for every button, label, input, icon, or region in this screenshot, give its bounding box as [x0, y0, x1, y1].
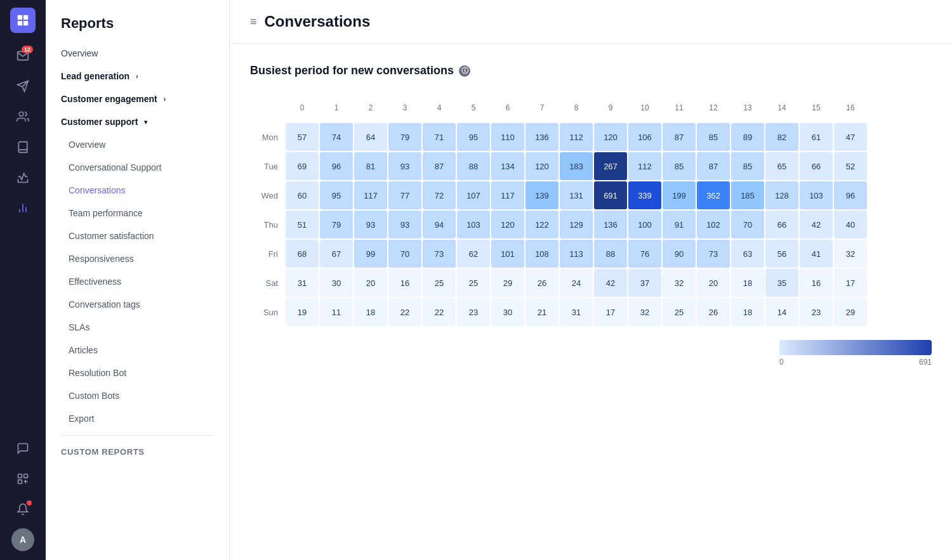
heatmap-cell[interactable]: 77 — [388, 181, 421, 209]
heatmap-cell[interactable]: 60 — [286, 181, 319, 209]
heatmap-cell[interactable]: 120 — [491, 211, 524, 238]
heatmap-cell[interactable]: 73 — [697, 240, 730, 268]
heatmap-cell[interactable]: 68 — [286, 240, 319, 268]
heatmap-cell[interactable]: 96 — [834, 181, 867, 209]
heatmap-cell[interactable]: 16 — [800, 269, 833, 297]
heatmap-cell[interactable]: 139 — [526, 181, 559, 209]
heatmap-cell[interactable]: 85 — [697, 123, 730, 151]
heatmap-cell[interactable]: 37 — [628, 269, 661, 297]
heatmap-cell[interactable]: 79 — [320, 211, 353, 238]
heatmap-cell[interactable]: 63 — [731, 240, 764, 268]
heatmap-cell[interactable]: 88 — [594, 240, 627, 268]
knowledge-nav-icon[interactable] — [10, 134, 36, 160]
heatmap-cell[interactable]: 117 — [491, 181, 524, 209]
heatmap-cell[interactable]: 362 — [697, 181, 730, 209]
apps-nav-icon[interactable] — [10, 466, 36, 492]
contacts-nav-icon[interactable] — [10, 104, 36, 129]
heatmap-cell[interactable]: 23 — [800, 298, 833, 326]
sidebar-sub-item-conversational-support[interactable]: Conversational Support — [46, 156, 229, 179]
sidebar-sub-item-responsiveness[interactable]: Responsiveness — [46, 247, 229, 270]
heatmap-cell[interactable]: 21 — [526, 298, 559, 326]
sidebar-sub-item-resolution-bot[interactable]: Resolution Bot — [46, 361, 229, 384]
heatmap-cell[interactable]: 96 — [320, 152, 353, 180]
heatmap-cell[interactable]: 64 — [354, 123, 387, 151]
sidebar-sub-item-slas[interactable]: SLAs — [46, 316, 229, 339]
sidebar-sub-item-team-performance[interactable]: Team performance — [46, 202, 229, 225]
heatmap-cell[interactable]: 29 — [834, 298, 867, 326]
heatmap-cell[interactable]: 20 — [354, 269, 387, 297]
heatmap-cell[interactable]: 14 — [765, 298, 798, 326]
heatmap-cell[interactable]: 112 — [560, 123, 593, 151]
heatmap-cell[interactable]: 26 — [697, 298, 730, 326]
avatar[interactable]: A — [10, 527, 36, 552]
heatmap-cell[interactable]: 31 — [286, 269, 319, 297]
heatmap-cell[interactable]: 66 — [765, 211, 798, 238]
heatmap-cell[interactable]: 103 — [800, 181, 833, 209]
heatmap-cell[interactable]: 18 — [731, 269, 764, 297]
reports-nav-icon[interactable] — [10, 195, 36, 221]
heatmap-cell[interactable]: 47 — [834, 123, 867, 151]
heatmap-cell[interactable]: 102 — [697, 211, 730, 238]
heatmap-cell[interactable]: 24 — [560, 269, 593, 297]
heatmap-cell[interactable]: 29 — [491, 269, 524, 297]
sidebar-sub-item-export[interactable]: Export — [46, 407, 229, 430]
sidebar-item-lead-generation[interactable]: Lead generation › — [46, 65, 229, 88]
sidebar-sub-item-cs-overview[interactable]: Overview — [46, 133, 229, 156]
heatmap-cell[interactable]: 185 — [731, 181, 764, 209]
heatmap-cell[interactable]: 136 — [594, 211, 627, 238]
heatmap-cell[interactable]: 183 — [560, 152, 593, 180]
heatmap-cell[interactable]: 93 — [388, 211, 421, 238]
heatmap-cell[interactable]: 81 — [354, 152, 387, 180]
heatmap-cell[interactable]: 67 — [320, 240, 353, 268]
heatmap-cell[interactable]: 108 — [526, 240, 559, 268]
heatmap-cell[interactable]: 52 — [834, 152, 867, 180]
heatmap-cell[interactable]: 106 — [628, 123, 661, 151]
heatmap-cell[interactable]: 41 — [800, 240, 833, 268]
heatmap-cell[interactable]: 131 — [560, 181, 593, 209]
heatmap-cell[interactable]: 82 — [765, 123, 798, 151]
heatmap-cell[interactable]: 112 — [628, 152, 661, 180]
sidebar-sub-item-articles[interactable]: Articles — [46, 339, 229, 361]
notifications-nav-icon[interactable] — [10, 497, 36, 522]
heatmap-cell[interactable]: 18 — [731, 298, 764, 326]
heatmap-cell[interactable]: 129 — [560, 211, 593, 238]
heatmap-cell[interactable]: 26 — [526, 269, 559, 297]
heatmap-cell[interactable]: 11 — [320, 298, 353, 326]
heatmap-cell[interactable]: 691 — [594, 181, 627, 209]
heatmap-cell[interactable]: 88 — [457, 152, 490, 180]
heatmap-cell[interactable]: 16 — [388, 269, 421, 297]
heatmap-cell[interactable]: 113 — [560, 240, 593, 268]
heatmap-cell[interactable]: 79 — [388, 123, 421, 151]
heatmap-cell[interactable]: 93 — [354, 211, 387, 238]
heatmap-cell[interactable]: 120 — [594, 123, 627, 151]
info-icon[interactable]: ⓘ — [459, 65, 470, 77]
heatmap-cell[interactable]: 122 — [526, 211, 559, 238]
heatmap-cell[interactable]: 110 — [491, 123, 524, 151]
heatmap-cell[interactable]: 42 — [800, 211, 833, 238]
sidebar-sub-item-conversations[interactable]: Conversations — [46, 179, 229, 202]
heatmap-cell[interactable]: 20 — [697, 269, 730, 297]
heatmap-cell[interactable]: 32 — [663, 269, 696, 297]
heatmap-cell[interactable]: 35 — [765, 269, 798, 297]
heatmap-cell[interactable]: 73 — [423, 240, 456, 268]
heatmap-cell[interactable]: 69 — [286, 152, 319, 180]
heatmap-cell[interactable]: 74 — [320, 123, 353, 151]
heatmap-cell[interactable]: 199 — [663, 181, 696, 209]
heatmap-cell[interactable]: 18 — [354, 298, 387, 326]
heatmap-cell[interactable]: 23 — [457, 298, 490, 326]
heatmap-cell[interactable]: 136 — [526, 123, 559, 151]
sidebar-sub-item-effectiveness[interactable]: Effectiveness — [46, 270, 229, 293]
heatmap-cell[interactable]: 17 — [834, 269, 867, 297]
sidebar-item-overview[interactable]: Overview — [46, 42, 229, 65]
heatmap-cell[interactable]: 56 — [765, 240, 798, 268]
heatmap-cell[interactable]: 17 — [594, 298, 627, 326]
heatmap-cell[interactable]: 267 — [594, 152, 627, 180]
send-nav-icon[interactable] — [10, 74, 36, 99]
heatmap-cell[interactable]: 30 — [491, 298, 524, 326]
heatmap-cell[interactable]: 70 — [388, 240, 421, 268]
heatmap-cell[interactable]: 25 — [423, 269, 456, 297]
heatmap-cell[interactable]: 51 — [286, 211, 319, 238]
heatmap-cell[interactable]: 101 — [491, 240, 524, 268]
heatmap-cell[interactable]: 87 — [423, 152, 456, 180]
heatmap-cell[interactable]: 339 — [628, 181, 661, 209]
